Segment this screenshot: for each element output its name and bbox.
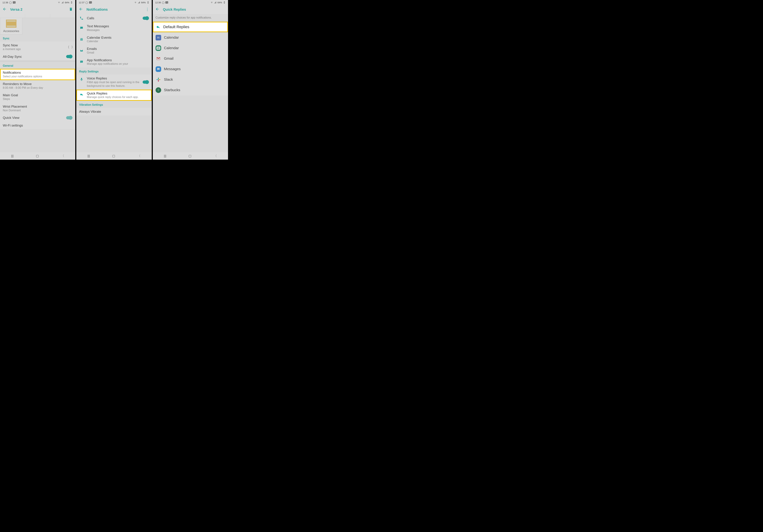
reply-settings-header: Reply Settings — [76, 67, 152, 74]
app-calendar-samsung-row[interactable]: 29 Calendar — [153, 43, 228, 53]
app-notifications-label: App Notifications — [87, 58, 149, 62]
calls-row[interactable]: Calls — [76, 14, 152, 22]
nav-recents[interactable]: ||| — [87, 154, 90, 158]
nav-bar: ||| ▢ 〈 — [76, 152, 152, 160]
quick-view-toggle[interactable] — [66, 116, 72, 119]
status-bar: 12:37 ◯ ring 64% — [76, 0, 152, 5]
text-messages-row[interactable]: Text Messages Messages — [76, 22, 152, 34]
battery-icon — [70, 1, 73, 4]
app-bar: Versa 2 — [0, 5, 75, 14]
svg-point-1 — [81, 61, 81, 62]
battery-pct: 64% — [218, 1, 222, 4]
quick-replies-row[interactable]: Quick Replies Manage quick reply choices… — [76, 90, 152, 101]
app-gmail-row[interactable]: Gmail — [153, 53, 228, 64]
starbucks-icon — [156, 87, 161, 93]
ring-app-icon: ring — [13, 1, 16, 4]
all-day-sync-toggle[interactable] — [66, 55, 72, 58]
delete-icon[interactable] — [69, 7, 73, 12]
accessories-label: Accessories — [0, 29, 22, 33]
overflow-icon[interactable]: ⋮ — [146, 7, 149, 12]
back-arrow-icon[interactable] — [79, 7, 83, 12]
calendar-events-row[interactable]: 30 Calendar Events Calendar — [76, 34, 152, 45]
battery-pct: 64% — [141, 1, 146, 4]
svg-rect-8 — [159, 79, 161, 80]
quick-replies-label: Quick Replies — [87, 91, 149, 96]
all-day-sync-row[interactable]: All-Day Sync — [0, 53, 75, 60]
app-label: Messages — [164, 67, 225, 71]
reminders-label: Reminders to Move — [3, 82, 72, 86]
svg-point-2 — [81, 61, 82, 62]
all-day-sync-label: All-Day Sync — [3, 54, 63, 59]
notifications-sub: Select your notifications options — [3, 75, 72, 78]
back-arrow-icon[interactable] — [2, 7, 7, 12]
reply-arrow-icon — [156, 25, 161, 29]
status-bar: 12:38 ◯ ring 64% — [153, 0, 228, 5]
app-label: Starbucks — [164, 88, 225, 92]
calls-label: Calls — [87, 16, 140, 20]
app-slack-row[interactable]: Slack — [153, 74, 228, 85]
voice-replies-row[interactable]: Voice Replies Fitbit app must be open an… — [76, 74, 152, 89]
battery-icon — [223, 1, 226, 4]
content-area: Calls Text Messages Messages 30 Calendar… — [76, 14, 152, 152]
signal-icon — [138, 1, 140, 4]
sync-icon[interactable] — [68, 45, 72, 49]
main-goal-row[interactable]: Main Goal Steps — [0, 91, 75, 103]
wifi-settings-row[interactable]: Wi-Fi settings — [0, 122, 75, 129]
reply-arrow-icon — [79, 92, 84, 97]
bixby-icon: ◯ — [86, 1, 88, 4]
notifications-label: Notifications — [3, 70, 72, 75]
wrist-sub: Non Dominant — [3, 109, 72, 112]
status-time: 12:37 — [79, 1, 84, 4]
nav-back[interactable]: 〈 — [61, 154, 64, 158]
default-replies-row[interactable]: Default Replies — [153, 22, 228, 32]
wifi-icon — [58, 1, 60, 4]
accessories-card[interactable]: Accessories — [0, 18, 22, 35]
notifications-row[interactable]: Notifications Select your notifications … — [0, 69, 75, 80]
signal-icon — [61, 1, 64, 4]
app-notifications-sub: Manage app notifications on your — [87, 62, 149, 66]
nav-back[interactable]: 〈 — [137, 154, 141, 158]
app-calendar-google-row[interactable]: 31 Calendar — [153, 32, 228, 43]
battery-icon — [147, 1, 149, 4]
reminders-sub: 8:00 AM - 8:00 PM on Every day — [3, 86, 72, 90]
nav-home[interactable]: ▢ — [36, 154, 39, 158]
nav-home[interactable]: ▢ — [112, 154, 115, 158]
back-arrow-icon[interactable] — [155, 7, 160, 12]
app-label: Calendar — [164, 46, 225, 50]
nav-home[interactable]: ▢ — [188, 154, 191, 158]
svg-rect-10 — [156, 79, 158, 80]
svg-text:30: 30 — [81, 39, 82, 41]
bixby-icon: ◯ — [162, 1, 164, 4]
nav-recents[interactable]: ||| — [164, 154, 166, 158]
always-vibrate-row[interactable]: Always Vibrate — [76, 108, 152, 116]
section-general-header: General — [0, 62, 75, 69]
nav-recents[interactable]: ||| — [11, 154, 14, 158]
app-notifications-row[interactable]: App Notifications Manage app notificatio… — [76, 56, 152, 68]
calls-toggle[interactable] — [143, 17, 149, 20]
app-starbucks-row[interactable]: Starbucks — [153, 85, 228, 95]
reminders-row[interactable]: Reminders to Move 8:00 AM - 8:00 PM on E… — [0, 80, 75, 91]
section-sync-header: Sync — [0, 35, 75, 42]
quick-view-label: Quick View — [3, 116, 63, 120]
google-calendar-icon: 31 — [156, 35, 161, 41]
screen-notifications: 12:37 ◯ ring 64% Notifications ⋮ Calls T… — [76, 0, 153, 160]
always-vibrate-label: Always Vibrate — [79, 110, 149, 114]
svg-rect-9 — [158, 80, 159, 82]
voice-replies-sub: Fitbit app must be open and running in t… — [87, 80, 140, 88]
sync-now-row[interactable]: Sync Now a moment ago — [0, 42, 75, 53]
envelope-icon — [79, 48, 84, 53]
svg-point-11 — [158, 89, 159, 90]
battery-pct: 64% — [65, 1, 69, 4]
emails-row[interactable]: Emails Gmail — [76, 45, 152, 56]
voice-replies-toggle[interactable] — [143, 80, 149, 84]
text-messages-sub: Messages — [87, 28, 149, 32]
quick-view-row[interactable]: Quick View — [0, 114, 75, 122]
svg-point-5 — [158, 68, 159, 69]
nav-back[interactable]: 〈 — [214, 154, 217, 158]
sync-now-label: Sync Now — [3, 43, 65, 48]
app-messages-row[interactable]: Messages — [153, 64, 228, 74]
mic-icon — [79, 77, 84, 82]
wrist-placement-row[interactable]: Wrist Placement Non Dominant — [0, 103, 75, 114]
calendar-icon: 30 — [79, 37, 84, 42]
status-time: 12:38 — [155, 1, 161, 4]
